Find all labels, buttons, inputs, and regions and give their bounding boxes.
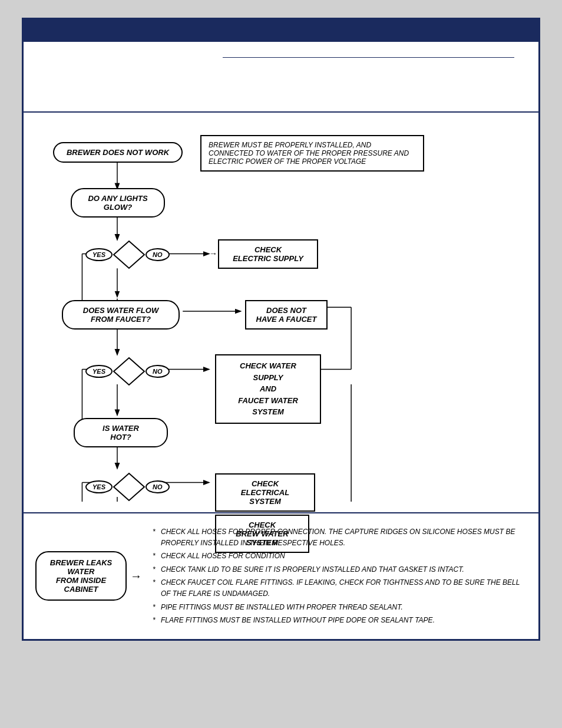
diamond-1 xyxy=(113,240,146,269)
bottom-left: BREWER LEAKS WATER FROM INSIDE CABINET → xyxy=(35,524,142,628)
yes-label-2: YES xyxy=(85,365,113,378)
flowchart-section: BREWER DOES NOT WORK BREWER MUST BE PROP… xyxy=(24,113,538,513)
svg-marker-29 xyxy=(114,473,144,500)
node-check-water: CHECK WATER SUPPLY AND FAUCET WATER SYST… xyxy=(215,354,321,424)
node-water-flow: DOES WATER FLOW FROM FAUCET? xyxy=(62,300,180,330)
list-item: CHECK TANK LID TO BE SURE IT IS PROPERLY… xyxy=(153,564,527,575)
diamond-2 xyxy=(113,357,146,386)
top-line xyxy=(223,57,515,58)
list-item: CHECK FAUCET COIL FLARE FITTINGS. IF LEA… xyxy=(153,577,527,599)
bottom-list: CHECK ALL HOSES FOR PROPER CONNECTION. T… xyxy=(153,526,527,626)
header-bar xyxy=(24,19,538,42)
svg-marker-28 xyxy=(114,358,144,385)
arrow-right-icon: → xyxy=(130,569,142,583)
node-water-hot: IS WATER HOT? xyxy=(74,418,168,447)
flowchart-container: BREWER DOES NOT WORK BREWER MUST BE PROP… xyxy=(35,124,527,502)
top-section xyxy=(24,42,538,113)
page: BREWER DOES NOT WORK BREWER MUST BE PROP… xyxy=(22,18,540,641)
no-label-2: NO xyxy=(146,365,170,378)
node-check-electric: CHECK ELECTRIC SUPPLY xyxy=(218,239,318,269)
node-no-faucet: DOES NOT HAVE A FAUCET xyxy=(245,300,328,330)
no-label-1: NO xyxy=(146,248,170,261)
diamond-3 xyxy=(113,472,146,502)
bottom-right-text: CHECK ALL HOSES FOR PROPER CONNECTION. T… xyxy=(153,524,527,628)
node-brewer-not-work: BREWER DOES NOT WORK xyxy=(53,142,183,163)
bottom-section: BREWER LEAKS WATER FROM INSIDE CABINET →… xyxy=(24,513,538,639)
list-item: PIPE FITTINGS MUST BE INSTALLED WITH PRO… xyxy=(153,602,527,613)
note-brewer: BREWER MUST BE PROPERLY INSTALLED, AND C… xyxy=(200,135,424,172)
svg-marker-27 xyxy=(114,241,144,268)
no-label-3: NO xyxy=(146,480,170,493)
list-item: CHECK ALL HOSES FOR PROPER CONNECTION. T… xyxy=(153,526,527,548)
list-item: CHECK ALL HOSES FOR CONDITION xyxy=(153,551,527,562)
node-lights-glow: DO ANY LIGHTS GLOW? xyxy=(71,188,165,218)
yes-label-1: YES xyxy=(85,248,113,261)
list-item: FLARE FITTINGS MUST BE INSTALLED WITHOUT… xyxy=(153,615,527,626)
node-check-electrical: CHECK ELECTRICAL SYSTEM xyxy=(215,473,315,512)
node-brewer-leaks: BREWER LEAKS WATER FROM INSIDE CABINET xyxy=(35,551,127,601)
yes-label-3: YES xyxy=(85,480,113,493)
